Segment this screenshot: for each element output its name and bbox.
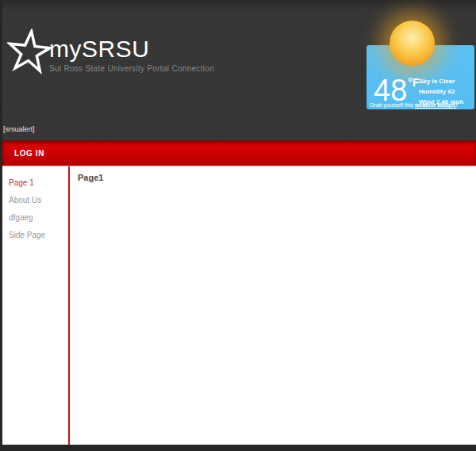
logo-text-block: mySRSU Sul Ross State University Portal … (49, 37, 214, 75)
temperature: 48°F (374, 75, 419, 105)
site-title: mySRSU (49, 37, 214, 61)
sidebar-item-about-us[interactable]: About Us (2, 193, 68, 211)
site-tagline: Sul Ross State University Portal Connect… (49, 64, 214, 73)
login-bar: LOG IN (2, 140, 476, 166)
sidebar-item-side-page[interactable]: Side Page (2, 228, 68, 246)
main-panel: Page1 (70, 166, 476, 445)
log-in-button[interactable]: LOG IN (2, 149, 44, 158)
content-area: Page 1 About Us dfgaeg Side Page Page1 (2, 166, 476, 445)
logo: mySRSU Sul Ross State University Portal … (6, 29, 214, 75)
weather-widget-link[interactable]: weather widget. (415, 102, 457, 108)
page-title: Page1 (78, 173, 476, 182)
sun-icon (390, 21, 435, 66)
weather-widget: 48°F Sky is Clear Humidity 62 Wind 2.46 … (367, 45, 474, 109)
weather-credit-prefix: Grab yourself this (370, 102, 415, 108)
srsu-alert-text: [srsualert] (3, 125, 35, 133)
weather-humidity: Humidity 62 (419, 86, 463, 97)
weather-widget-credit: Grab yourself this weather widget. (370, 102, 456, 108)
header: mySRSU Sul Ross State University Portal … (2, 0, 476, 140)
footer-strip (2, 445, 476, 450)
sidebar-item-dfgaeg[interactable]: dfgaeg (2, 211, 68, 228)
star-logo-icon (4, 26, 55, 77)
sidebar-nav: Page 1 About Us dfgaeg Side Page (2, 166, 70, 445)
temperature-unit: °F (408, 76, 419, 89)
sidebar-item-page-1[interactable]: Page 1 (2, 176, 68, 193)
portal-page: mySRSU Sul Ross State University Portal … (2, 0, 476, 451)
weather-condition: Sky is Clear (419, 76, 463, 86)
